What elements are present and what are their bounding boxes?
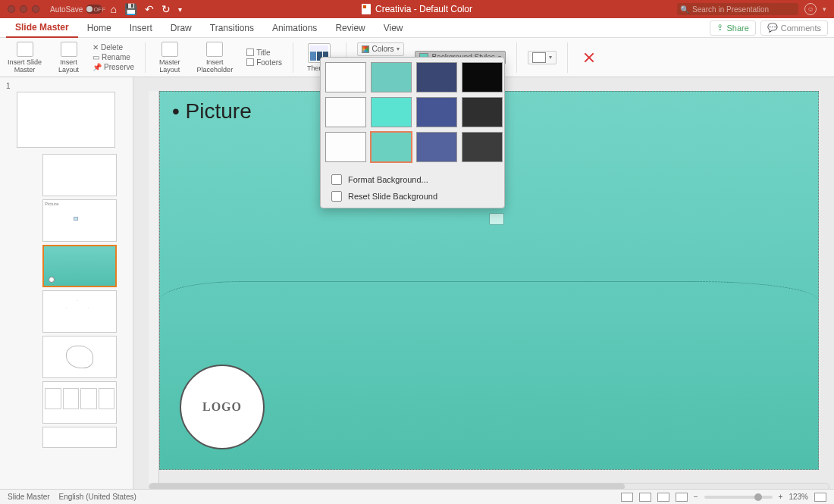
preserve-button[interactable]: 📌Preserve xyxy=(92,63,134,71)
toggle-icon: OFF xyxy=(86,5,102,14)
ribbon-tabs: Slide Master Home Insert Draw Transition… xyxy=(0,18,834,38)
preserve-icon: 📌 xyxy=(92,63,102,71)
vertical-ruler xyxy=(149,91,159,490)
swatch-grid xyxy=(325,62,500,162)
comment-icon: 💬 xyxy=(767,23,778,33)
format-background-item[interactable]: Format Background... xyxy=(325,171,500,188)
layout-icon xyxy=(61,42,77,57)
layout-thumbnail[interactable]: Picture xyxy=(42,199,117,242)
tab-view[interactable]: View xyxy=(375,18,412,38)
search-box[interactable]: 🔍 xyxy=(677,3,798,15)
layout-thumbnail[interactable] xyxy=(42,290,117,333)
image-placeholder-icon[interactable] xyxy=(489,213,504,225)
zoom-slider[interactable] xyxy=(704,496,773,499)
slide-size-dropdown[interactable]: ▾ xyxy=(528,51,557,64)
bg-style-swatch[interactable] xyxy=(371,97,412,127)
bg-style-swatch[interactable] xyxy=(325,132,366,162)
colors-icon xyxy=(362,45,369,53)
rename-button[interactable]: ▭Rename xyxy=(92,53,134,61)
layout-thumbnail[interactable] xyxy=(42,427,117,448)
insert-layout-button[interactable]: Insert Layout xyxy=(55,40,82,75)
autosave-toggle[interactable]: AutoSave OFF xyxy=(50,5,102,14)
chevron-down-icon: ▾ xyxy=(397,45,400,52)
master-layout-button[interactable]: Master Layout xyxy=(156,40,183,75)
redo-icon[interactable]: ↻ xyxy=(161,3,171,15)
background-styles-popup: Format Background... Reset Slide Backgro… xyxy=(320,57,505,208)
search-input[interactable] xyxy=(692,5,795,14)
traffic-lights xyxy=(8,5,39,13)
separator xyxy=(516,42,517,73)
tab-animations[interactable]: Animations xyxy=(263,18,326,38)
close-window-button[interactable] xyxy=(8,5,15,13)
user-account-button[interactable]: ☺ xyxy=(804,3,817,15)
slideshow-view-button[interactable] xyxy=(676,493,688,502)
checkbox-icon xyxy=(246,49,254,56)
rename-icon: ▭ xyxy=(92,53,99,61)
footers-checkbox[interactable]: Footers xyxy=(246,58,282,67)
zoom-in-button[interactable]: + xyxy=(779,493,783,501)
master-thumbnail[interactable] xyxy=(17,92,115,148)
comments-button[interactable]: 💬Comments xyxy=(760,20,828,36)
qat-more-icon[interactable]: ▾ xyxy=(178,5,182,14)
quick-access-toolbar: ⌂ 💾 ↶ ↻ ▾ xyxy=(110,3,181,15)
slide-master-icon xyxy=(17,42,33,57)
bg-style-swatch[interactable] xyxy=(416,62,457,92)
layout-thumbnail[interactable] xyxy=(42,336,117,378)
layout-thumbnail[interactable] xyxy=(42,381,117,424)
format-icon xyxy=(331,174,342,185)
normal-view-button[interactable] xyxy=(621,493,633,502)
separator xyxy=(145,42,146,73)
layout-thumbnail[interactable] xyxy=(42,154,117,196)
home-icon[interactable]: ⌂ xyxy=(110,3,116,15)
bg-style-swatch[interactable] xyxy=(416,97,457,127)
edit-group: ✕Delete ▭Rename 📌Preserve xyxy=(92,43,134,71)
zoom-out-button[interactable]: − xyxy=(694,493,698,501)
bg-style-swatch[interactable] xyxy=(325,97,366,127)
thumbnail-panel: 1 Picture xyxy=(0,77,133,490)
reset-background-item[interactable]: Reset Slide Background xyxy=(325,188,500,205)
bg-style-swatch[interactable] xyxy=(325,62,366,92)
slide-size-icon xyxy=(532,52,546,63)
delete-button[interactable]: ✕Delete xyxy=(92,43,134,52)
share-button[interactable]: ⇪Share xyxy=(710,20,755,36)
popup-menu: Format Background... Reset Slide Backgro… xyxy=(325,168,500,205)
insert-placeholder-button[interactable]: Insert Placeholder xyxy=(194,40,237,75)
chevron-down-icon: ▾ xyxy=(549,54,552,61)
undo-icon[interactable]: ↶ xyxy=(145,3,154,15)
colors-dropdown[interactable]: Colors▾ xyxy=(357,42,405,56)
zoom-level[interactable]: 123% xyxy=(789,493,808,501)
tab-insert[interactable]: Insert xyxy=(121,18,161,38)
reading-view-button[interactable] xyxy=(657,493,669,502)
close-master-button[interactable] xyxy=(578,49,600,67)
tab-transitions[interactable]: Transitions xyxy=(201,18,263,38)
title-placeholder[interactable]: Picture xyxy=(172,99,252,124)
minimize-window-button[interactable] xyxy=(20,5,27,13)
show-group: Title Footers xyxy=(246,49,282,67)
master-layout-icon xyxy=(161,42,178,57)
bg-style-swatch[interactable] xyxy=(462,132,503,162)
fit-to-window-button[interactable] xyxy=(814,493,826,502)
tab-home[interactable]: Home xyxy=(78,18,121,38)
status-bar: Slide Master English (United States) − +… xyxy=(0,489,834,504)
placeholder-icon xyxy=(206,42,223,57)
status-language[interactable]: English (United States) xyxy=(59,493,136,501)
bg-style-swatch[interactable] xyxy=(371,62,412,92)
bg-style-swatch[interactable] xyxy=(462,97,503,127)
window-titlebar: AutoSave OFF ⌂ 💾 ↶ ↻ ▾ Creativia - Defau… xyxy=(0,0,834,18)
chevron-down-icon[interactable]: ▾ xyxy=(823,5,826,13)
tab-slide-master[interactable]: Slide Master xyxy=(6,18,78,38)
zoom-window-button[interactable] xyxy=(32,5,39,13)
close-icon xyxy=(582,50,597,65)
sorter-view-button[interactable] xyxy=(639,493,651,502)
insert-slide-master-button[interactable]: Insert Slide Master xyxy=(5,40,45,75)
bg-style-swatch-selected[interactable] xyxy=(371,132,412,162)
bg-style-swatch[interactable] xyxy=(462,62,503,92)
save-icon[interactable]: 💾 xyxy=(124,3,137,15)
separator xyxy=(293,42,293,73)
tab-draw[interactable]: Draw xyxy=(161,18,201,38)
layout-thumbnail-selected[interactable] xyxy=(42,245,117,287)
title-checkbox[interactable]: Title xyxy=(246,49,282,57)
tab-review[interactable]: Review xyxy=(326,18,374,38)
bg-style-swatch[interactable] xyxy=(416,132,457,162)
logo-placeholder[interactable]: LOGO xyxy=(180,365,265,449)
